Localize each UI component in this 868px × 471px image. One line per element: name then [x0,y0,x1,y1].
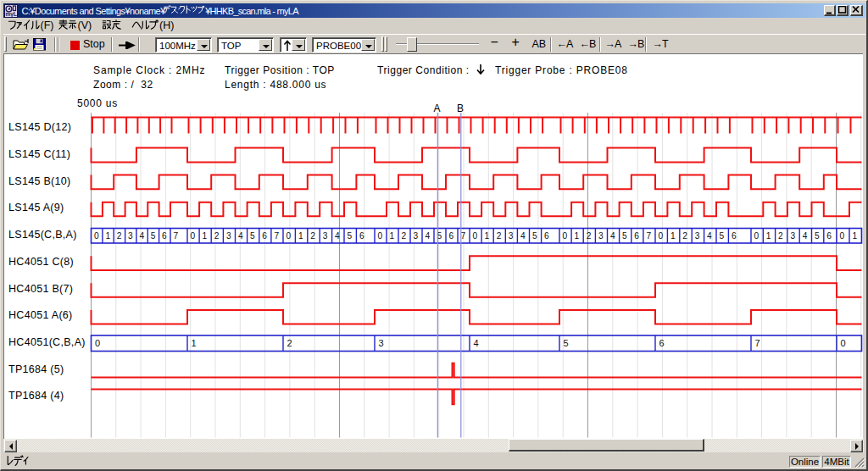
svg-text:myLA: myLA [6,11,18,17]
